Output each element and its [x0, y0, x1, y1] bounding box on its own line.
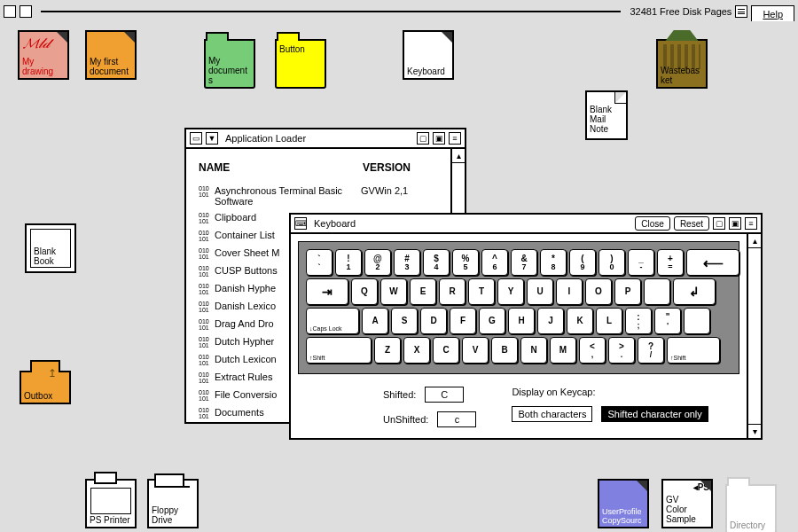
keyboard-sys-icon[interactable]: ⌨	[294, 217, 307, 230]
key-<[interactable]: <,	[579, 337, 606, 364]
top-left-box-icon-2[interactable]	[20, 5, 32, 18]
shifted-input[interactable]	[425, 387, 464, 403]
binary-icon: 010101	[199, 354, 215, 366]
key-A[interactable]: A	[362, 308, 388, 334]
key-:[interactable]: :;	[625, 308, 652, 334]
key-D[interactable]: D	[420, 308, 447, 334]
key-Y[interactable]: Y	[497, 278, 524, 305]
key-)[interactable]: )0	[598, 249, 625, 276]
keyboard-desktop-icon[interactable]: Keyboard	[403, 30, 454, 80]
loader-sys-icon[interactable]: ▭	[190, 132, 202, 145]
my-documents-folder-icon[interactable]: My documents	[204, 39, 255, 89]
key-$[interactable]: $4	[423, 249, 450, 276]
backspace-key[interactable]: ⟵	[686, 249, 739, 276]
button-folder-icon[interactable]: Button	[275, 39, 326, 89]
key-P[interactable]: P	[614, 278, 641, 305]
key-?[interactable]: ?/	[638, 337, 664, 364]
first-document-icon[interactable]: My first document	[85, 30, 137, 80]
keyboard-area: ``!1@2#3$4%5^6&7*8(9)0_-+=⟵ ⇥QWERTYUIOP↲…	[298, 241, 739, 374]
directory-label: Directory	[730, 520, 772, 530]
key-M[interactable]: M	[550, 337, 576, 364]
kb-scroll-down-icon[interactable]: ▾	[748, 424, 761, 438]
key-"[interactable]: "'	[654, 308, 681, 334]
menu-icon[interactable]	[735, 5, 747, 18]
key-O[interactable]: O	[585, 278, 612, 305]
key-W[interactable]: W	[380, 278, 407, 305]
key-H[interactable]: H	[508, 308, 535, 334]
loader-titlebar[interactable]: ▭ ▼ Application Loader ▢ ▣ ≡	[186, 129, 465, 149]
blank-book-icon[interactable]: Blank Book	[25, 223, 76, 273]
directory-folder-icon[interactable]: Directory	[725, 484, 777, 532]
right-shift-key[interactable]: ↑Shift	[667, 337, 720, 364]
binary-icon: 010101	[199, 283, 215, 295]
keyboard-titlebar[interactable]: ⌨ Keyboard Close Reset ▢ ▣ ≡	[291, 215, 761, 234]
keyboard-minimize-icon[interactable]: ▢	[713, 217, 725, 230]
key-R[interactable]: R	[439, 278, 466, 305]
wastebasket-icon[interactable]: Wastebasket	[656, 39, 708, 89]
tab-key[interactable]: ⇥	[306, 278, 348, 305]
key-Z[interactable]: Z	[374, 337, 401, 364]
key-X[interactable]: X	[403, 337, 430, 364]
key-&[interactable]: &7	[511, 249, 537, 276]
free-pages-label: 32481 Free Disk Pages	[630, 6, 732, 17]
binary-icon: 010101	[199, 265, 215, 278]
key-E[interactable]: E	[410, 278, 436, 305]
left-shift-key[interactable]: ↑Shift	[306, 337, 372, 364]
blank-mail-note-icon[interactable]: Blank Mail Note	[585, 90, 637, 140]
key-V[interactable]: V	[462, 337, 489, 364]
enter-key[interactable]: ↲	[673, 278, 716, 305]
user-profile-icon[interactable]: UserProfileCopySourc	[598, 479, 649, 528]
key-+[interactable]: +=	[657, 249, 684, 276]
keyboard-scrollbar[interactable]: ▴ ▾	[747, 234, 761, 438]
kb-scroll-track[interactable]	[748, 248, 761, 424]
key-I[interactable]: I	[556, 278, 583, 305]
caps-lock-key[interactable]: ↓Caps Lock	[306, 308, 359, 334]
close-button[interactable]: Close	[635, 216, 670, 231]
key-B[interactable]: B	[491, 337, 518, 364]
key-Q[interactable]: Q	[351, 278, 378, 305]
loader-minimize-icon[interactable]: ▢	[417, 132, 429, 145]
gv-color-sample-icon[interactable]: ◂PSGV Color Sample	[661, 479, 713, 528]
my-drawing-icon[interactable]: 𝓜𝓁𝒹My drawing	[18, 30, 69, 80]
key-F[interactable]: F	[450, 308, 476, 334]
key-L[interactable]: L	[596, 308, 622, 334]
key-([interactable]: (9	[569, 249, 596, 276]
loader-maximize-icon[interactable]: ▣	[433, 132, 445, 145]
reset-button[interactable]: Reset	[674, 216, 709, 231]
key->[interactable]: >.	[608, 337, 635, 364]
key-J[interactable]: J	[537, 308, 564, 334]
unshifted-input[interactable]	[437, 411, 476, 427]
top-left-box-icon[interactable]	[4, 5, 16, 18]
key-^[interactable]: ^6	[481, 249, 508, 276]
outbox-icon[interactable]: ↥Outbox	[20, 371, 71, 404]
keyboard-menu-icon[interactable]: ≡	[745, 217, 757, 230]
shifted-only-option[interactable]: Shifted character only	[601, 406, 708, 422]
scroll-up-icon[interactable]: ▴	[452, 149, 465, 163]
keycap-display-toggle[interactable]: Both characters Shifted character only	[512, 406, 708, 422]
key-![interactable]: !1	[335, 249, 362, 276]
key-T[interactable]: T	[468, 278, 495, 305]
loader-filter-icon[interactable]: ▼	[206, 132, 218, 145]
key-@[interactable]: @2	[364, 249, 391, 276]
loader-menu-icon[interactable]: ≡	[449, 132, 461, 145]
app-list-row[interactable]: 010101Asynchronous Terminal Basic Softwa…	[199, 183, 438, 209]
kb-scroll-up-icon[interactable]: ▴	[748, 234, 761, 248]
key-C[interactable]: C	[433, 337, 459, 364]
key-blank[interactable]	[644, 278, 670, 305]
keyboard-maximize-icon[interactable]: ▣	[729, 217, 741, 230]
both-characters-option[interactable]: Both characters	[512, 406, 592, 422]
key-N[interactable]: N	[520, 337, 547, 364]
key-#[interactable]: #3	[394, 249, 420, 276]
ps-printer-icon[interactable]: PS Printer	[85, 479, 137, 528]
key-U[interactable]: U	[527, 278, 553, 305]
key-%[interactable]: %5	[452, 249, 479, 276]
key-blank[interactable]	[684, 308, 710, 334]
key-K[interactable]: K	[567, 308, 593, 334]
floppy-drive-icon[interactable]: Floppy Drive	[147, 479, 199, 528]
key-_[interactable]: _-	[628, 249, 654, 276]
key-*[interactable]: *8	[540, 249, 567, 276]
key-`[interactable]: ``	[306, 249, 332, 276]
key-S[interactable]: S	[391, 308, 418, 334]
help-button[interactable]: Help	[751, 5, 794, 21]
key-G[interactable]: G	[479, 308, 505, 334]
